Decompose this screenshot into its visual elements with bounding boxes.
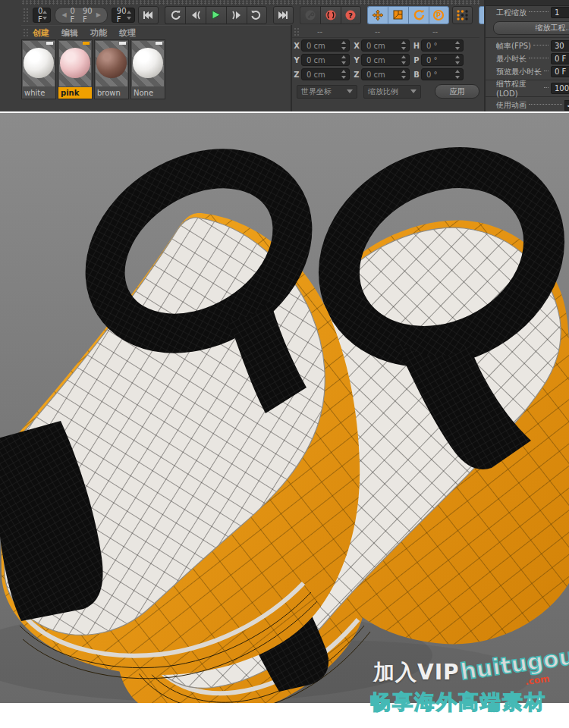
range-left-arrow-icon[interactable]: ◀ [61,11,66,18]
fps-field[interactable]: 30 [551,40,569,52]
3d-viewport[interactable] [0,113,569,703]
drag-grip-icon[interactable] [23,28,30,37]
record-position-icon[interactable] [367,6,388,24]
preview-length-field[interactable]: 0 F [551,66,569,77]
scale-y-value: 0 cm [366,56,401,64]
material-name: brown [95,87,128,99]
record-rotation-icon[interactable] [408,6,429,24]
material-list: white pink brown [21,39,165,99]
rot-b-label: B [412,71,421,79]
lod-field[interactable]: 100 [551,83,569,94]
dot-leader [544,71,549,71]
rot-h-label: H [412,42,421,50]
material-thumbnail[interactable] [59,41,91,86]
scale-z-value: 0 cm [366,71,401,79]
dot-leader [544,87,549,88]
material-pink[interactable]: pink [58,39,93,99]
spinner-icon[interactable] [455,41,461,50]
record-key-icon[interactable] [300,6,320,24]
project-settings-panel: 工程缩放 1 缩放工程... 帧率(FPS) 30 最小时长 0 F 预览最小时… [484,0,569,111]
material-thumbnail[interactable] [23,41,55,86]
pos-x-field[interactable]: 0 cm [301,39,350,52]
scale-x-value: 0 cm [366,42,401,50]
spinner-icon[interactable] [401,70,407,79]
material-name: white [22,87,55,99]
spinner-icon[interactable] [341,41,347,50]
material-sphere [133,48,163,78]
spinner-icon[interactable] [455,70,461,79]
lod-row: 细节程度(LOD) 100 [486,82,569,95]
dot-leader [529,58,549,58]
current-frame-field[interactable]: 0 F [33,8,51,23]
drag-grip-icon[interactable] [23,8,30,23]
spinner-icon[interactable] [127,11,132,20]
keyframe-selection-icon[interactable] [452,6,473,24]
loop-forward-button[interactable] [247,6,267,24]
next-key-button[interactable] [226,6,247,24]
use-animation-checkbox[interactable]: ✓ [564,100,569,111]
tab-function[interactable]: 功能 [90,27,107,39]
material-thumbnail[interactable] [96,41,127,86]
timeline-row: 0 F ◀ 0 F 90 F ▶ 90 F [21,5,479,25]
material-none[interactable]: None [130,39,165,99]
rot-p-value: 0 ° [426,56,455,64]
scale-y-field[interactable]: 0 cm [361,54,410,66]
spinner-icon[interactable] [341,70,347,79]
scale-x-field[interactable]: 0 cm [361,39,410,52]
go-to-end-button[interactable] [273,6,294,24]
record-parameter-icon[interactable]: P [429,6,449,24]
tab-texture[interactable]: 纹理 [119,27,136,39]
scale-project-button[interactable]: 缩放工程... [493,21,569,35]
rot-h-field[interactable]: 0 ° [421,39,464,52]
pos-y-field[interactable]: 0 cm [301,54,350,66]
scale-mode-dropdown[interactable]: 缩放比例 [363,85,421,99]
range-right-arrow-icon[interactable]: ▶ [96,11,101,18]
wireframe-sandals-render [0,113,569,703]
previous-key-button[interactable] [185,6,206,24]
play-button[interactable] [206,6,226,24]
spinner-icon[interactable] [455,55,461,64]
tab-edit[interactable]: 编辑 [61,27,78,39]
apply-button[interactable]: 应用 [435,84,479,99]
separator [486,37,569,38]
material-thumbnail[interactable] [132,41,164,86]
spinner-icon[interactable] [401,41,407,50]
spinner-icon[interactable] [341,55,347,64]
dot-leader [533,45,549,46]
spinner-icon[interactable] [42,11,48,20]
auto-key-button[interactable] [320,6,341,24]
go-to-start-button[interactable] [138,6,159,24]
material-menu-row: 创建 编辑 功能 纹理 [21,25,291,39]
coord-row-y: Y 0 cm Y 0 cm P 0 ° [292,53,479,67]
preview-length-label: 预览最小时长 [496,67,542,77]
rot-h-value: 0 ° [426,42,455,50]
min-length-label: 最小时长 [496,54,527,64]
record-scale-icon[interactable] [388,6,408,24]
project-settings-tab[interactable] [486,0,569,6]
loop-back-button[interactable] [165,6,185,24]
rot-b-value: 0 ° [426,71,455,79]
range-start-value: 0 F [71,7,75,24]
spinner-icon[interactable] [401,55,407,64]
rotation-header: -- [419,27,476,36]
coord-options-row: 世界坐标 缩放比例 应用 [292,84,479,99]
app-window: 0 F ◀ 0 F 90 F ▶ 90 F [0,0,569,728]
project-scale-field[interactable]: 1 [551,7,569,18]
end-frame-field[interactable]: 90 F [112,8,135,23]
rot-p-field[interactable]: 0 ° [421,54,464,66]
scale-z-field[interactable]: 0 cm [361,68,410,80]
material-white[interactable]: white [21,39,56,99]
coord-system-dropdown[interactable]: 世界坐标 [297,85,357,99]
help-button[interactable]: ? [341,6,361,24]
rot-p-label: P [412,56,421,64]
drag-grip-icon[interactable] [294,27,300,36]
pos-x-value: 0 cm [307,42,341,50]
rot-b-field[interactable]: 0 ° [421,68,464,80]
tab-create[interactable]: 创建 [33,27,49,39]
min-length-row: 最小时长 0 F [486,52,569,65]
min-length-field[interactable]: 0 F [551,53,569,64]
record-group: ? [300,6,361,24]
preview-range-slider[interactable]: ◀ 0 F 90 F ▶ [55,7,107,24]
material-brown[interactable]: brown [94,39,129,99]
pos-z-field[interactable]: 0 cm [301,68,350,80]
